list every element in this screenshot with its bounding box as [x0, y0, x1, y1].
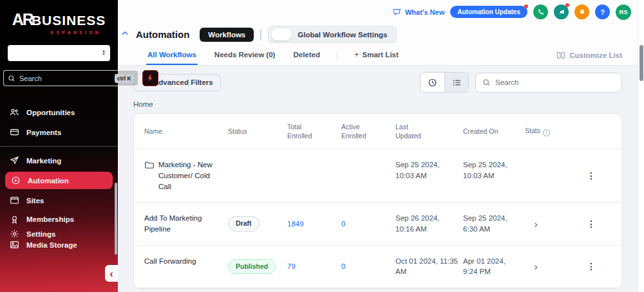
table-header-row: Name Status Total Enrolled Active Enroll…: [134, 114, 621, 149]
search-icon: [8, 75, 15, 82]
sidebar-item-memberships[interactable]: Memberships: [0, 210, 118, 228]
sidebar-search-row: ctrl K: [3, 70, 113, 86]
phone-button[interactable]: [533, 5, 548, 19]
kebab-menu-icon[interactable]: ⋮: [587, 261, 596, 271]
kebab-menu-icon[interactable]: ⋮: [587, 170, 596, 181]
info-icon: i: [543, 129, 550, 136]
total-enrolled-link[interactable]: 79: [287, 262, 296, 270]
settings-gear-icon: [9, 229, 19, 239]
sidebar-item-label: Payments: [26, 129, 61, 136]
active-enrolled-link[interactable]: 0: [341, 220, 345, 228]
payments-icon: [9, 127, 19, 137]
column-header-active-enrolled: Active Enrolled: [341, 114, 395, 149]
brand-name: ARBUSINESS: [5, 10, 113, 29]
tab-separator: [337, 50, 337, 60]
cell-active-enrolled: 0: [341, 219, 395, 230]
chevron-right-icon[interactable]: ›: [525, 261, 547, 272]
sidebar-item-settings[interactable]: Settings: [0, 228, 118, 239]
tab-label: All Workflows: [147, 51, 196, 59]
account-select[interactable]: ▲ ▼: [8, 45, 110, 61]
table-row[interactable]: Add To Marketing Pipeline Draft 1849 0 S…: [134, 203, 621, 245]
sidebar-item-label: Settings: [26, 230, 55, 238]
cell-actions: ⋮: [587, 260, 611, 273]
cell-last-updated: Sep 26 2024, 10:16 AM: [395, 203, 463, 244]
automation-updates-button[interactable]: Automation Updates: [450, 6, 527, 18]
header-divider: [260, 29, 261, 41]
tab-label: Smart List: [363, 51, 399, 59]
total-enrolled-link[interactable]: 1849: [287, 220, 304, 228]
column-header-last-updated: Last Updated: [395, 114, 463, 149]
cell-name[interactable]: Add To Marketing Pipeline: [144, 203, 228, 244]
sidebar-search-input[interactable]: [19, 75, 111, 82]
cell-created-on: Apr 01 2024, 9:24 PM: [463, 246, 525, 287]
sidebar-collapse-button[interactable]: ‹: [105, 265, 118, 282]
view-toggle-group: [420, 72, 469, 93]
global-workflow-settings-button[interactable]: Global Workflow Settings: [268, 26, 397, 43]
tab-deleted[interactable]: Deleted: [292, 45, 321, 65]
column-header-total-enrolled: Total Enrolled: [287, 114, 341, 149]
sites-icon: [9, 196, 19, 205]
history-button[interactable]: [421, 73, 444, 92]
sidebar-item-label: Opportunities: [26, 109, 75, 116]
search-icon: [482, 78, 491, 87]
table-row[interactable]: Call Forwarding Published 79 0 Oct 01 20…: [134, 246, 621, 288]
customize-list-button[interactable]: Customize List: [556, 45, 622, 65]
table-row[interactable]: Marketing - New Customer/ Cold Call Sep …: [134, 149, 621, 203]
tab-needs-review[interactable]: Needs Review (0): [213, 45, 277, 65]
sidebar-item-payments[interactable]: Payments: [0, 122, 118, 142]
column-header-created-on: Created On: [463, 118, 525, 144]
sidebar-search[interactable]: ctrl K: [3, 70, 138, 86]
kebab-menu-icon[interactable]: ⋮: [587, 219, 596, 229]
avatar-initials: RS: [619, 8, 627, 15]
cell-total-enrolled: [287, 149, 341, 170]
chevron-left-icon: ‹: [109, 268, 113, 279]
scrollbar-thumb[interactable]: [639, 45, 643, 81]
quick-actions-button[interactable]: [142, 70, 158, 86]
sidebar-scrollbar[interactable]: [115, 183, 117, 255]
collapse-up-button[interactable]: [120, 29, 129, 38]
sidebar-item-automation[interactable]: Automation: [5, 172, 113, 189]
app-window: ARBUSINESS EXPANSION ▲ ▼ ctrl K: [0, 0, 644, 292]
brand-logo: ARBUSINESS EXPANSION: [0, 0, 118, 37]
list-view-button[interactable]: [444, 73, 468, 92]
active-enrolled-link[interactable]: 0: [341, 262, 345, 270]
tab-all-workflows[interactable]: All Workflows: [146, 45, 198, 65]
avatar[interactable]: RS: [616, 5, 631, 20]
notifications-button[interactable]: [574, 5, 589, 19]
toggle-switch[interactable]: [271, 28, 292, 41]
workflows-button[interactable]: Workflows: [200, 28, 254, 42]
cell-created-on: Sep 25 2024, 10:03 AM: [463, 149, 525, 191]
marketing-icon: [9, 156, 19, 165]
sidebar-item-marketing[interactable]: Marketing: [0, 151, 118, 170]
whats-new-bubble-icon: [393, 8, 402, 17]
sidebar-item-label: Automation: [28, 177, 69, 185]
help-button[interactable]: ?: [595, 5, 610, 19]
automation-updates-label: Automation Updates: [457, 8, 520, 15]
lightning-icon: [146, 74, 154, 82]
column-header-actions: [575, 123, 611, 140]
announcements-button[interactable]: [554, 5, 569, 19]
column-header-stats: Statsi: [525, 118, 575, 145]
page-scrollbar[interactable]: [638, 0, 644, 292]
tab-smart-list[interactable]: + Smart List: [353, 45, 400, 65]
status-badge: Draft: [228, 216, 260, 231]
chevron-right-icon[interactable]: ›: [525, 219, 547, 230]
cell-name[interactable]: Marketing - New Customer/ Cold Call: [144, 149, 228, 202]
sidebar-item-media-storage[interactable]: Media Storage: [0, 239, 118, 250]
workflow-search[interactable]: [475, 73, 622, 93]
workflow-search-input[interactable]: [495, 78, 615, 86]
column-header-status: Status: [228, 118, 287, 144]
breadcrumb[interactable]: Home: [133, 100, 153, 108]
media-storage-icon: [9, 240, 19, 250]
status-badge: Published: [228, 259, 276, 274]
cell-stats: ›: [525, 261, 575, 272]
sidebar-item-sites[interactable]: Sites: [0, 190, 118, 210]
cell-actions: ⋮: [587, 217, 611, 230]
memberships-icon: [9, 215, 19, 224]
sidebar-item-opportunities[interactable]: Opportunities: [0, 102, 118, 122]
cell-name[interactable]: Call Forwarding: [144, 246, 228, 277]
sidebar-item-label: Memberships: [26, 215, 74, 223]
cell-active-enrolled: [341, 149, 395, 170]
whats-new-link[interactable]: What's New: [393, 8, 444, 17]
cell-total-enrolled: 1849: [287, 219, 341, 230]
